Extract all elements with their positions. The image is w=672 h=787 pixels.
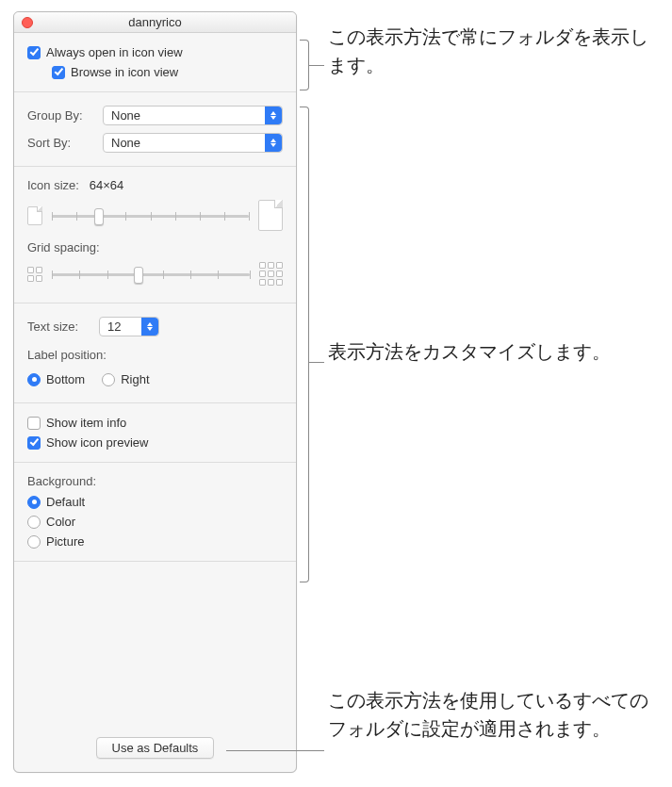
view-options-window: dannyrico Always open in icon view Brows…	[13, 11, 297, 773]
section-show: Show item info Show icon preview	[14, 403, 296, 463]
label-bottom-text: Bottom	[46, 372, 85, 386]
grid-small-icon	[27, 267, 42, 282]
section-background: Background: Default Color Picture	[14, 463, 296, 562]
section-sort: Group By: None Sort By: None	[14, 92, 296, 167]
bracket-top	[300, 40, 309, 90]
grid-spacing-slider[interactable]	[52, 265, 250, 284]
label-right-radio[interactable]	[102, 373, 115, 386]
background-picture-text: Picture	[46, 534, 84, 549]
updown-icon	[141, 318, 158, 336]
icon-size-label: Icon size:	[27, 178, 79, 192]
text-size-label: Text size:	[27, 320, 91, 334]
annotation-top: この表示方法で常にフォルダを表示します。	[328, 23, 658, 79]
show-item-info-checkbox[interactable]	[27, 417, 41, 430]
use-as-defaults-button[interactable]: Use as Defaults	[96, 737, 215, 759]
show-icon-preview-label: Show icon preview	[46, 435, 148, 450]
background-color-text: Color	[46, 515, 75, 529]
background-picture-radio[interactable]	[27, 535, 41, 549]
sort-by-select[interactable]: None	[103, 133, 283, 153]
callout-line-mid	[309, 362, 324, 363]
browse-in-icon-label: Browse in icon view	[71, 65, 178, 79]
updown-icon	[265, 134, 282, 152]
background-label: Background:	[27, 472, 283, 492]
label-position-label: Label position:	[27, 340, 283, 366]
show-icon-preview-checkbox[interactable]	[27, 436, 41, 450]
window-title: dannyrico	[128, 15, 181, 29]
bracket-mid	[300, 107, 309, 582]
group-by-label: Group By:	[27, 108, 95, 123]
close-button[interactable]	[22, 17, 33, 28]
annotation-middle: 表示方法をカスタマイズします。	[328, 337, 658, 366]
always-open-checkbox[interactable]	[27, 46, 41, 59]
section-always-open: Always open in icon view Browse in icon …	[14, 33, 296, 92]
annotation-bottom: この表示方法を使用しているすべてのフォルダに設定が適用されます。	[328, 686, 658, 743]
background-color-radio[interactable]	[27, 516, 41, 529]
group-by-select[interactable]: None	[103, 106, 283, 125]
label-right-text: Right	[121, 372, 149, 386]
background-default-radio[interactable]	[27, 496, 41, 509]
group-by-value: None	[111, 108, 140, 123]
grid-large-icon	[259, 262, 283, 286]
footer: Use as Defaults	[14, 724, 296, 772]
background-default-text: Default	[46, 495, 85, 509]
label-bottom-radio[interactable]	[27, 373, 41, 386]
browse-in-icon-checkbox[interactable]	[52, 66, 65, 79]
show-item-info-label: Show item info	[46, 416, 126, 430]
text-size-select[interactable]: 12	[99, 317, 159, 336]
callout-line-bottom	[226, 750, 324, 751]
text-size-value: 12	[107, 320, 121, 334]
document-small-icon	[27, 206, 42, 225]
sort-by-value: None	[111, 136, 140, 150]
section-icon-size: Icon size: 64×64 Grid spacing:	[14, 167, 296, 303]
sort-by-label: Sort By:	[27, 136, 95, 150]
always-open-label: Always open in icon view	[46, 45, 183, 59]
updown-icon	[265, 107, 282, 124]
grid-spacing-label: Grid spacing:	[27, 238, 283, 258]
section-text: Text size: 12 Label position: Bottom Rig…	[14, 303, 296, 403]
callout-line-top	[309, 65, 324, 66]
icon-size-value: 64×64	[90, 178, 124, 192]
titlebar: dannyrico	[14, 12, 296, 33]
document-large-icon	[258, 200, 283, 231]
icon-size-slider[interactable]	[52, 206, 249, 225]
